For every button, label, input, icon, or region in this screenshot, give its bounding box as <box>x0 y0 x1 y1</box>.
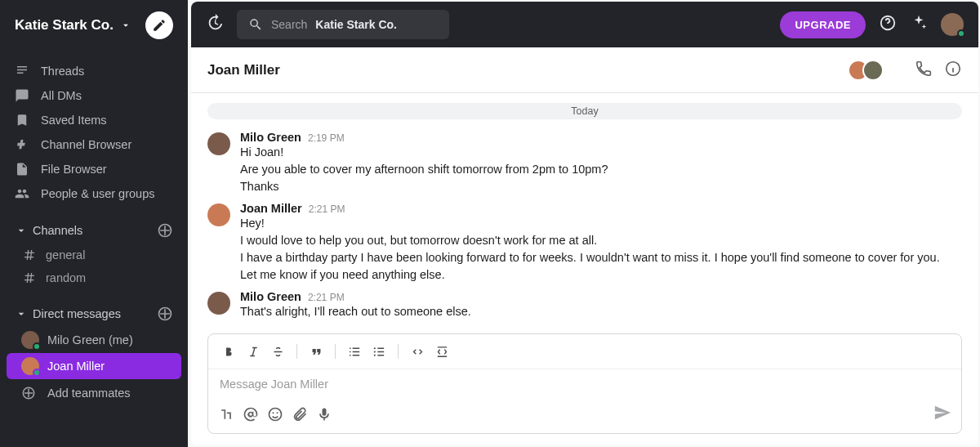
nav-threads[interactable]: Threads <box>7 59 181 83</box>
search-input[interactable]: Search Katie Stark Co. <box>237 10 449 39</box>
strike-button[interactable] <box>267 341 288 362</box>
ordered-list-icon <box>348 345 362 359</box>
strike-icon <box>271 345 285 359</box>
sidebar: Katie Stark Co. Threads All DMs Saved It… <box>0 0 188 447</box>
quote-icon <box>310 345 323 359</box>
message-list: Today Milo Green 2:19 PM Hi Joan! Are yo… <box>191 93 978 325</box>
dms-section-toggle[interactable]: Direct messages <box>7 301 181 327</box>
message-text: Thanks <box>240 178 962 195</box>
svg-point-2 <box>373 347 375 349</box>
codeblock-button[interactable] <box>431 341 452 362</box>
message-time: 2:19 PM <box>308 132 345 144</box>
send-button[interactable] <box>933 404 951 425</box>
phone-icon <box>915 60 933 78</box>
add-channel-icon[interactable] <box>157 222 173 239</box>
ordered-list-button[interactable] <box>344 341 365 362</box>
user-avatar[interactable] <box>941 13 964 36</box>
nav-all-dms[interactable]: All DMs <box>7 83 181 108</box>
call-button[interactable] <box>915 60 933 81</box>
attach-button[interactable] <box>292 406 308 422</box>
message: Milo Green 2:21 PM That's alright, I'll … <box>191 284 978 320</box>
whats-new-button[interactable] <box>910 14 928 35</box>
avatar <box>862 60 884 81</box>
nav-label: All DMs <box>41 89 82 102</box>
date-divider: Today <box>207 103 962 119</box>
message: Milo Green 2:19 PM Hi Joan! Are you able… <box>191 124 978 195</box>
at-icon <box>243 406 259 422</box>
bullet-list-icon <box>372 345 386 359</box>
workspace-switcher[interactable]: Katie Stark Co. <box>2 2 186 49</box>
message-author[interactable]: Joan Miller <box>240 202 302 215</box>
send-icon <box>933 404 951 422</box>
message-input[interactable]: Message Joan Miller <box>208 369 961 399</box>
message-time: 2:21 PM <box>309 203 345 215</box>
mention-button[interactable] <box>243 406 259 422</box>
code-icon <box>411 345 425 359</box>
channel-name: general <box>46 248 85 261</box>
paperclip-icon <box>292 406 308 422</box>
search-prefix: Search <box>271 18 307 31</box>
upgrade-button[interactable]: UPGRADE <box>780 11 866 38</box>
channel-random[interactable]: random <box>7 266 181 289</box>
info-button[interactable] <box>944 60 962 81</box>
emoji-button[interactable] <box>267 406 283 422</box>
composer: Message Joan Miller <box>207 333 962 434</box>
message-text: I would love to help you out, but tomorr… <box>240 232 962 249</box>
sparkle-icon <box>910 14 928 32</box>
codeblock-icon <box>435 345 449 359</box>
help-button[interactable] <box>879 14 897 35</box>
message-author[interactable]: Milo Green <box>240 131 301 144</box>
history-icon <box>206 14 224 32</box>
message-text: Are you able to cover my afternoon shift… <box>240 161 962 178</box>
bullet-list-button[interactable] <box>368 341 390 362</box>
info-icon <box>944 60 962 78</box>
search-value: Katie Stark Co. <box>315 18 397 31</box>
member-avatars[interactable] <box>848 60 884 81</box>
add-teammates[interactable]: Add teammates <box>7 381 181 405</box>
nav-label: Channel Browser <box>41 138 131 151</box>
chevron-down-icon <box>15 307 28 320</box>
nav-label: Threads <box>41 65 84 78</box>
conversation-title[interactable]: Joan Miller <box>207 62 280 78</box>
dm-milo-green[interactable]: Milo Green (me) <box>7 327 181 353</box>
add-dm-icon[interactable] <box>157 306 173 322</box>
message-author[interactable]: Milo Green <box>240 290 301 303</box>
history-button[interactable] <box>206 14 224 35</box>
dm-joan-miller[interactable]: Joan Miller <box>7 353 181 379</box>
svg-point-5 <box>270 409 282 421</box>
section-label: Channels <box>33 224 82 237</box>
pencil-icon <box>152 18 167 33</box>
nav-channel-browser[interactable]: Channel Browser <box>7 132 181 157</box>
file-icon <box>15 162 29 177</box>
audio-button[interactable] <box>316 406 332 422</box>
presence-indicator <box>957 29 965 38</box>
presence-indicator <box>33 369 41 377</box>
nav-people[interactable]: People & user groups <box>7 181 181 206</box>
quote-button[interactable] <box>305 341 327 362</box>
composer-actions <box>208 399 961 433</box>
code-button[interactable] <box>407 341 428 362</box>
channel-general[interactable]: general <box>7 244 181 266</box>
channel-name: random <box>46 271 86 284</box>
nav-saved[interactable]: Saved Items <box>7 108 181 132</box>
compose-button[interactable] <box>145 11 173 39</box>
bold-button[interactable] <box>218 341 239 362</box>
text-style-button[interactable] <box>218 406 234 422</box>
nav-label: File Browser <box>41 163 107 176</box>
dms-icon <box>15 88 29 103</box>
nav-file-browser[interactable]: File Browser <box>7 157 181 181</box>
emoji-icon <box>267 406 283 422</box>
italic-button[interactable] <box>243 341 264 362</box>
avatar[interactable] <box>207 132 230 155</box>
channels-section-toggle[interactable]: Channels <box>7 217 181 244</box>
avatar[interactable] <box>207 292 230 315</box>
message-text: Let me know if you need anything else. <box>240 266 962 284</box>
microphone-icon <box>316 406 332 422</box>
section-label: Direct messages <box>33 307 121 320</box>
bold-icon <box>222 345 236 359</box>
message-text: That's alright, I'll reach out to someon… <box>240 303 962 320</box>
avatar[interactable] <box>207 203 230 226</box>
message-text: I have a birthday party I have been look… <box>240 249 962 266</box>
threads-icon <box>15 64 29 78</box>
message-text: Hey! <box>240 215 962 232</box>
